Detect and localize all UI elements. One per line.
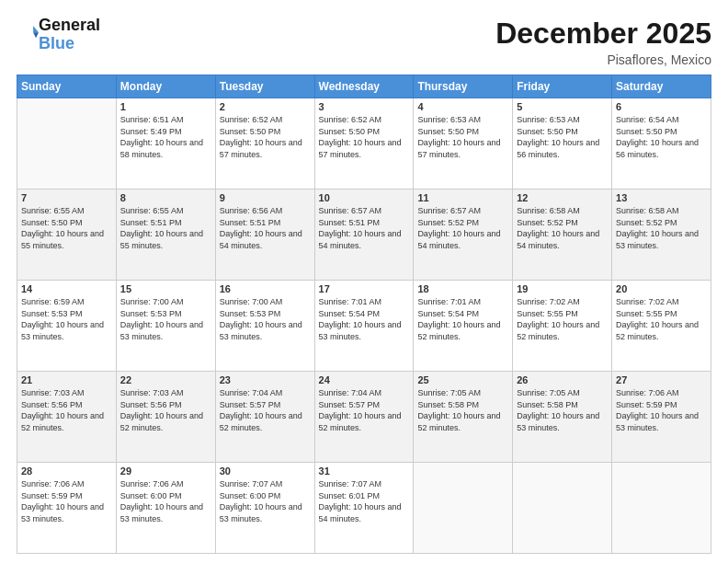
calendar-cell: 22Sunrise: 7:03 AMSunset: 5:56 PMDayligh… bbox=[116, 372, 215, 463]
col-header-monday: Monday bbox=[116, 75, 215, 98]
day-info: Sunrise: 7:04 AMSunset: 5:57 PMDaylight:… bbox=[319, 387, 410, 433]
day-info: Sunrise: 6:55 AMSunset: 5:51 PMDaylight:… bbox=[120, 205, 211, 251]
calendar-cell: 13Sunrise: 6:58 AMSunset: 5:52 PMDayligh… bbox=[612, 190, 711, 281]
day-info: Sunrise: 7:01 AMSunset: 5:54 PMDaylight:… bbox=[417, 296, 508, 342]
col-header-wednesday: Wednesday bbox=[314, 75, 414, 98]
calendar-cell: 9Sunrise: 6:56 AMSunset: 5:51 PMDaylight… bbox=[215, 190, 314, 281]
calendar-cell: 7Sunrise: 6:55 AMSunset: 5:50 PMDaylight… bbox=[17, 190, 117, 281]
calendar-cell: 17Sunrise: 7:01 AMSunset: 5:54 PMDayligh… bbox=[314, 281, 414, 372]
calendar-cell: 15Sunrise: 7:00 AMSunset: 5:53 PMDayligh… bbox=[116, 281, 215, 372]
day-info: Sunrise: 6:53 AMSunset: 5:50 PMDaylight:… bbox=[517, 114, 608, 160]
header: General Blue December 2025 Pisaflores, M… bbox=[17, 17, 711, 67]
col-header-thursday: Thursday bbox=[414, 75, 513, 98]
location: Pisaflores, Mexico bbox=[495, 52, 711, 67]
day-info: Sunrise: 6:53 AMSunset: 5:50 PMDaylight:… bbox=[417, 114, 508, 160]
day-number: 13 bbox=[616, 192, 707, 203]
day-number: 9 bbox=[220, 192, 311, 203]
day-info: Sunrise: 7:00 AMSunset: 5:53 PMDaylight:… bbox=[220, 296, 311, 342]
day-info: Sunrise: 6:55 AMSunset: 5:50 PMDaylight:… bbox=[21, 205, 112, 251]
day-info: Sunrise: 7:07 AMSunset: 6:01 PMDaylight:… bbox=[319, 478, 410, 524]
day-info: Sunrise: 7:00 AMSunset: 5:53 PMDaylight:… bbox=[120, 296, 211, 342]
day-info: Sunrise: 6:57 AMSunset: 5:52 PMDaylight:… bbox=[417, 205, 508, 251]
day-number: 3 bbox=[319, 101, 410, 112]
day-number: 18 bbox=[417, 283, 508, 294]
day-info: Sunrise: 7:07 AMSunset: 6:00 PMDaylight:… bbox=[220, 478, 311, 524]
day-number: 6 bbox=[616, 101, 707, 112]
col-header-tuesday: Tuesday bbox=[215, 75, 314, 98]
day-info: Sunrise: 7:05 AMSunset: 5:58 PMDaylight:… bbox=[417, 387, 508, 433]
day-info: Sunrise: 7:02 AMSunset: 5:55 PMDaylight:… bbox=[517, 296, 608, 342]
day-number: 14 bbox=[21, 283, 112, 294]
month-title: December 2025 bbox=[495, 17, 711, 51]
day-info: Sunrise: 6:52 AMSunset: 5:50 PMDaylight:… bbox=[220, 114, 311, 160]
calendar-cell: 1Sunrise: 6:51 AMSunset: 5:49 PMDaylight… bbox=[116, 98, 215, 190]
calendar-cell bbox=[414, 463, 513, 554]
calendar-cell: 30Sunrise: 7:07 AMSunset: 6:00 PMDayligh… bbox=[215, 463, 314, 554]
calendar-cell: 28Sunrise: 7:06 AMSunset: 5:59 PMDayligh… bbox=[17, 463, 117, 554]
day-info: Sunrise: 6:58 AMSunset: 5:52 PMDaylight:… bbox=[517, 205, 608, 251]
calendar-cell: 26Sunrise: 7:05 AMSunset: 5:58 PMDayligh… bbox=[513, 372, 612, 463]
day-info: Sunrise: 7:06 AMSunset: 5:59 PMDaylight:… bbox=[21, 478, 112, 524]
day-number: 1 bbox=[120, 101, 211, 112]
calendar-cell: 11Sunrise: 6:57 AMSunset: 5:52 PMDayligh… bbox=[414, 190, 513, 281]
calendar-cell: 12Sunrise: 6:58 AMSunset: 5:52 PMDayligh… bbox=[513, 190, 612, 281]
logo-icon bbox=[18, 23, 39, 43]
day-info: Sunrise: 7:02 AMSunset: 5:55 PMDaylight:… bbox=[616, 296, 707, 342]
day-number: 27 bbox=[616, 374, 707, 385]
calendar-cell: 8Sunrise: 6:55 AMSunset: 5:51 PMDaylight… bbox=[116, 190, 215, 281]
day-number: 20 bbox=[616, 283, 707, 294]
calendar-cell bbox=[513, 463, 612, 554]
day-number: 29 bbox=[120, 465, 211, 477]
day-number: 17 bbox=[319, 283, 410, 294]
day-info: Sunrise: 7:03 AMSunset: 5:56 PMDaylight:… bbox=[21, 387, 112, 433]
calendar-cell: 16Sunrise: 7:00 AMSunset: 5:53 PMDayligh… bbox=[215, 281, 314, 372]
calendar-cell: 31Sunrise: 7:07 AMSunset: 6:01 PMDayligh… bbox=[314, 463, 414, 554]
calendar-cell: 14Sunrise: 6:59 AMSunset: 5:53 PMDayligh… bbox=[17, 281, 117, 372]
calendar-cell: 21Sunrise: 7:03 AMSunset: 5:56 PMDayligh… bbox=[17, 372, 117, 463]
day-info: Sunrise: 7:05 AMSunset: 5:58 PMDaylight:… bbox=[517, 387, 608, 433]
day-number: 22 bbox=[120, 374, 211, 385]
day-number: 23 bbox=[220, 374, 311, 385]
calendar-cell: 25Sunrise: 7:05 AMSunset: 5:58 PMDayligh… bbox=[414, 372, 513, 463]
day-number: 25 bbox=[417, 374, 508, 385]
day-info: Sunrise: 6:56 AMSunset: 5:51 PMDaylight:… bbox=[220, 205, 311, 251]
day-info: Sunrise: 6:54 AMSunset: 5:50 PMDaylight:… bbox=[616, 114, 707, 160]
day-number: 7 bbox=[21, 192, 112, 203]
day-number: 4 bbox=[417, 101, 508, 112]
col-header-saturday: Saturday bbox=[612, 75, 711, 98]
page: General Blue December 2025 Pisaflores, M… bbox=[0, 0, 728, 563]
day-number: 24 bbox=[319, 374, 410, 385]
day-number: 5 bbox=[517, 101, 608, 112]
day-info: Sunrise: 7:04 AMSunset: 5:57 PMDaylight:… bbox=[220, 387, 311, 433]
calendar-cell: 23Sunrise: 7:04 AMSunset: 5:57 PMDayligh… bbox=[215, 372, 314, 463]
day-info: Sunrise: 6:57 AMSunset: 5:51 PMDaylight:… bbox=[319, 205, 410, 251]
calendar-cell: 10Sunrise: 6:57 AMSunset: 5:51 PMDayligh… bbox=[314, 190, 414, 281]
day-number: 26 bbox=[517, 374, 608, 385]
day-info: Sunrise: 6:59 AMSunset: 5:53 PMDaylight:… bbox=[21, 296, 112, 342]
calendar-cell: 18Sunrise: 7:01 AMSunset: 5:54 PMDayligh… bbox=[414, 281, 513, 372]
logo-text: General Blue bbox=[39, 17, 100, 53]
day-number: 12 bbox=[517, 192, 608, 203]
day-info: Sunrise: 6:52 AMSunset: 5:50 PMDaylight:… bbox=[319, 114, 410, 160]
calendar-cell: 29Sunrise: 7:06 AMSunset: 6:00 PMDayligh… bbox=[116, 463, 215, 554]
calendar-cell: 3Sunrise: 6:52 AMSunset: 5:50 PMDaylight… bbox=[314, 98, 414, 190]
calendar-cell bbox=[17, 98, 117, 190]
day-number: 2 bbox=[220, 101, 311, 112]
day-number: 10 bbox=[319, 192, 410, 203]
calendar-cell: 27Sunrise: 7:06 AMSunset: 5:59 PMDayligh… bbox=[612, 372, 711, 463]
day-number: 28 bbox=[21, 465, 112, 477]
day-number: 21 bbox=[21, 374, 112, 385]
day-number: 8 bbox=[120, 192, 211, 203]
calendar-cell: 20Sunrise: 7:02 AMSunset: 5:55 PMDayligh… bbox=[612, 281, 711, 372]
col-header-friday: Friday bbox=[513, 75, 612, 98]
calendar-cell: 5Sunrise: 6:53 AMSunset: 5:50 PMDaylight… bbox=[513, 98, 612, 190]
day-number: 19 bbox=[517, 283, 608, 294]
day-number: 15 bbox=[120, 283, 211, 294]
calendar-cell: 6Sunrise: 6:54 AMSunset: 5:50 PMDaylight… bbox=[612, 98, 711, 190]
col-header-sunday: Sunday bbox=[17, 75, 117, 98]
day-number: 31 bbox=[319, 465, 410, 477]
calendar-cell: 24Sunrise: 7:04 AMSunset: 5:57 PMDayligh… bbox=[314, 372, 414, 463]
calendar-cell: 4Sunrise: 6:53 AMSunset: 5:50 PMDaylight… bbox=[414, 98, 513, 190]
calendar-cell: 2Sunrise: 6:52 AMSunset: 5:50 PMDaylight… bbox=[215, 98, 314, 190]
day-info: Sunrise: 7:06 AMSunset: 6:00 PMDaylight:… bbox=[120, 478, 211, 524]
